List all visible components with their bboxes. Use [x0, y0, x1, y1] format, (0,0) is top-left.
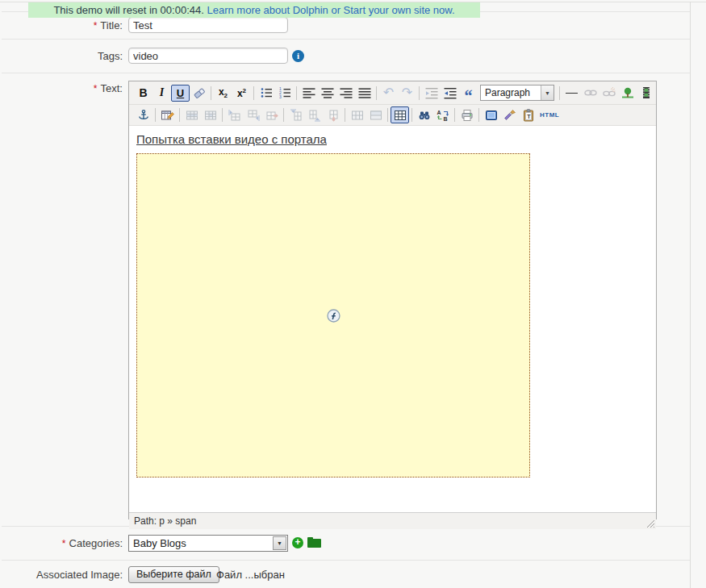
align-left-button[interactable] — [299, 85, 318, 102]
insert-edit-table-button[interactable] — [158, 106, 177, 123]
categories-select[interactable]: Baby Blogs ▼ — [128, 535, 288, 552]
align-right-button[interactable] — [336, 85, 355, 102]
blockquote-icon: “ — [465, 93, 473, 99]
cleanup-code-button[interactable] — [500, 106, 519, 123]
redo-button: ↷ — [398, 85, 416, 102]
toolbar-separator — [454, 108, 455, 122]
delete-row-button — [262, 106, 281, 123]
text-row: *Text: B I U x2 x2 123 ↶ ↷ “ — [2, 73, 690, 527]
paste-as-text-button[interactable]: T — [519, 106, 537, 123]
blog-post-form-page: { "notice": { "text_plain": "This demo w… — [0, 0, 706, 588]
italic-icon: I — [160, 86, 164, 99]
demo-reset-notice: This demo will reset in 00:00:44. Learn … — [28, 2, 480, 18]
associated-image-row: Associated Image: Выберите файл Файл ...… — [2, 561, 690, 588]
split-cells-button — [366, 106, 385, 123]
bold-button[interactable]: B — [134, 85, 152, 102]
bold-icon: B — [139, 86, 147, 99]
category-folder-button[interactable] — [307, 537, 321, 548]
replace-icon: AB — [437, 109, 449, 122]
visual-aid-table-icon — [394, 109, 407, 122]
html-icon: HTML — [540, 111, 559, 119]
insert-col-after-button — [305, 106, 324, 123]
redo-icon: ↷ — [402, 86, 412, 99]
horizontal-rule-button[interactable] — [562, 85, 581, 102]
editor-toolbar-row1: B I U x2 x2 123 ↶ ↷ “ Paragraph ▼ — [129, 81, 656, 105]
find-replace-button[interactable]: AB — [433, 106, 452, 123]
brush-icon — [503, 109, 516, 122]
format-dropdown[interactable]: Paragraph ▼ — [480, 85, 554, 101]
undo-button: ↶ — [379, 85, 398, 102]
tags-row: Tags: i — [2, 40, 690, 73]
notice-text: This demo will reset in 00:00:44. — [53, 4, 203, 16]
numbered-list-icon: 123 — [278, 86, 291, 99]
indent-button[interactable] — [441, 85, 459, 102]
toolbar-separator — [253, 86, 254, 100]
insert-link-button — [581, 85, 599, 102]
toolbar-separator — [179, 108, 180, 122]
toolbar-separator — [211, 86, 211, 100]
categories-selected-value: Baby Blogs — [129, 537, 272, 549]
insert-row-after-button — [244, 106, 262, 123]
choose-file-button[interactable]: Выберите файл — [128, 566, 219, 583]
table-pencil-icon — [161, 109, 174, 122]
chevron-down-icon[interactable]: ▼ — [273, 536, 286, 550]
superscript-icon: x2 — [237, 87, 246, 99]
subscript-button[interactable]: x2 — [214, 85, 232, 102]
file-status-text: Файл ...ыбран — [216, 569, 285, 581]
align-center-button[interactable] — [318, 85, 336, 102]
visual-aid-button[interactable] — [391, 106, 409, 123]
fullscreen-button[interactable] — [482, 106, 500, 123]
flash-plugin-icon — [327, 309, 340, 323]
table-row-props-button — [182, 106, 201, 123]
rich-text-editor: B I U x2 x2 123 ↶ ↷ “ Paragraph ▼ — [128, 81, 657, 519]
path-status: Path: p » span — [134, 515, 196, 527]
svg-text:B: B — [443, 116, 447, 122]
right-divider — [690, 2, 691, 588]
embedded-video-placeholder[interactable] — [136, 153, 530, 477]
blockquote-button[interactable]: “ — [459, 85, 478, 102]
insert-col-before-button — [286, 106, 305, 123]
underline-button[interactable]: U — [171, 85, 190, 102]
subscript-icon: x2 — [219, 86, 228, 99]
content-video-link[interactable]: Попытка вставки видео с портала — [136, 132, 327, 146]
info-icon[interactable]: i — [292, 50, 304, 62]
align-left-icon — [303, 86, 315, 99]
bullet-list-button[interactable] — [257, 85, 275, 102]
tags-label: Tags: — [2, 50, 123, 62]
numbered-list-button[interactable]: 123 — [275, 85, 294, 102]
align-justify-button[interactable] — [355, 85, 374, 102]
insert-media-button[interactable] — [637, 85, 655, 102]
undo-icon: ↶ — [383, 86, 394, 99]
toolbar-separator — [296, 86, 297, 100]
chevron-down-icon[interactable]: ▼ — [541, 85, 554, 100]
toolbar-separator — [376, 86, 377, 100]
link-icon — [584, 86, 597, 99]
insert-row-after-icon — [247, 109, 260, 122]
editor-content-area[interactable]: Попытка вставки видео с портала — [129, 126, 656, 513]
notice-links[interactable]: Learn more about Dolphin or Start your o… — [207, 4, 454, 16]
toolbar-separator — [387, 108, 388, 122]
align-center-icon — [321, 86, 334, 99]
remove-format-button[interactable] — [190, 85, 208, 102]
indent-icon — [444, 86, 457, 99]
delete-row-icon — [265, 109, 278, 122]
binoculars-icon — [418, 109, 431, 122]
toolbar-separator — [345, 108, 345, 122]
print-button[interactable] — [457, 106, 476, 123]
superscript-button[interactable]: x2 — [232, 85, 251, 102]
title-input[interactable] — [128, 17, 288, 33]
printer-icon — [461, 109, 474, 122]
categories-label: *Categories: — [2, 537, 123, 549]
merge-cells-icon — [351, 109, 364, 122]
table-cell-props-button — [201, 106, 219, 123]
fullscreen-icon — [485, 109, 498, 122]
insert-image-button[interactable] — [618, 85, 637, 102]
italic-button[interactable]: I — [152, 85, 171, 102]
add-category-button[interactable]: + — [292, 537, 303, 548]
anchor-button[interactable] — [134, 106, 152, 123]
align-justify-icon — [358, 86, 371, 99]
tags-input[interactable] — [128, 48, 288, 64]
toolbar-separator — [283, 108, 284, 122]
find-button[interactable] — [415, 106, 433, 123]
edit-html-button[interactable]: HTML — [537, 106, 560, 123]
